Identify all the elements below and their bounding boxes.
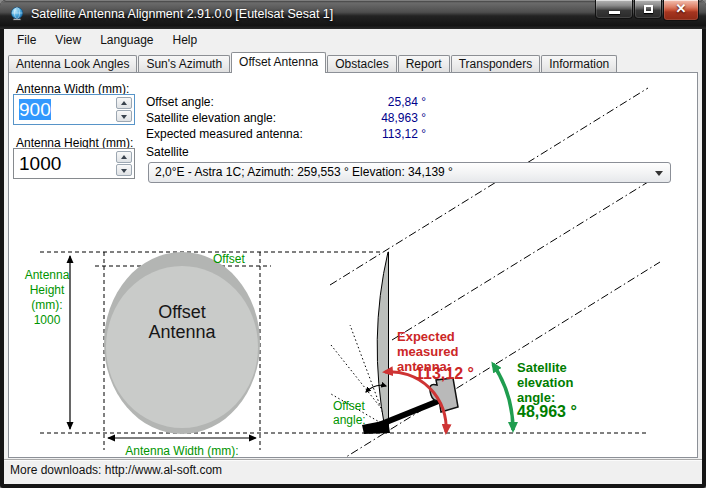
antenna-height-dimension-label: Antenna Height (mm): 1000	[17, 268, 77, 328]
tab-offset-antenna[interactable]: Offset Antenna	[231, 52, 326, 73]
menu-language[interactable]: Language	[94, 31, 159, 49]
antenna-width-dimension-label: Antenna Width (mm):	[104, 444, 260, 458]
spin-up-button[interactable]	[116, 151, 132, 163]
close-button[interactable]: ✕	[663, 0, 699, 21]
elevation-angle-label: Satellite elevation angle:	[517, 360, 573, 405]
minimize-button[interactable]	[595, 0, 633, 19]
elevation-angle-arc	[493, 364, 513, 430]
dish-title: Offset Antenna	[122, 302, 242, 342]
chevron-down-icon	[655, 171, 663, 176]
minimize-icon	[609, 11, 620, 14]
offset-angle-readout-label: Offset angle:	[146, 95, 214, 109]
tab-suns-azimuth[interactable]: Sun's Azimuth	[138, 55, 230, 72]
tab-information[interactable]: Information	[541, 55, 617, 72]
antenna-width-value: 900	[19, 99, 51, 120]
app-body: File View Language Help Antenna Look Ang…	[4, 29, 702, 484]
maximize-button[interactable]	[634, 0, 662, 19]
status-text: More downloads: http://www.al-soft.com	[10, 463, 222, 477]
tab-report[interactable]: Report	[398, 55, 450, 72]
side-dish	[377, 252, 388, 429]
spin-down-button[interactable]	[116, 110, 132, 122]
menu-file[interactable]: File	[11, 31, 42, 49]
antenna-height-spinner	[116, 151, 132, 176]
offset-antenna-panel: Antenna Height (mm): 1000 Offset Offset …	[8, 72, 698, 458]
antenna-height-input[interactable]: 1000	[13, 148, 135, 179]
expected-readout-value: 113,12 °	[299, 127, 426, 141]
tab-antenna-look-angles[interactable]: Antenna Look Angles	[8, 55, 137, 72]
window-title: Satellite Antenna Alignment 2.91.0.0 [Eu…	[31, 0, 333, 29]
tab-strip: Antenna Look Angles Sun's Azimuth Offset…	[4, 51, 702, 72]
expected-readout-label: Expected measured antenna:	[146, 127, 303, 141]
maximize-icon	[644, 5, 653, 13]
menu-help[interactable]: Help	[167, 31, 204, 49]
satellite-selected-option: 2,0°E - Astra 1C; Azimuth: 259,553 ° Ele…	[155, 165, 453, 179]
elevation-readout-label: Satellite elevation angle:	[146, 111, 276, 125]
satellite-dropdown[interactable]: 2,0°E - Astra 1C; Azimuth: 259,553 ° Ele…	[148, 162, 671, 183]
tab-obstacles[interactable]: Obstacles	[327, 55, 396, 72]
offset-angle-label: Offset angle:	[333, 399, 366, 427]
title-bar[interactable]: Satellite Antenna Alignment 2.91.0.0 [Eu…	[0, 0, 706, 29]
status-bar: More downloads: http://www.al-soft.com	[4, 459, 702, 481]
globe-icon	[9, 6, 25, 22]
expected-measured-value: 113,12 °	[415, 366, 474, 381]
menu-bar: File View Language Help	[4, 29, 702, 51]
satellite-rays	[330, 88, 660, 457]
elevation-angle-value: 48,963 °	[517, 404, 577, 419]
offset-angle-readout-value: 25,84 °	[299, 95, 426, 109]
spin-down-button[interactable]	[116, 164, 132, 176]
antenna-height-value: 1000	[19, 153, 61, 175]
dish-front-ellipse	[106, 266, 258, 428]
app-window: Satellite Antenna Alignment 2.91.0.0 [Eu…	[0, 0, 706, 488]
spin-up-button[interactable]	[116, 97, 132, 109]
antenna-width-spinner	[116, 97, 132, 122]
menu-view[interactable]: View	[49, 31, 87, 49]
elevation-readout-value: 48,963 °	[299, 111, 426, 125]
window-controls: ✕	[595, 0, 699, 21]
offset-tick-label: Offset	[213, 252, 245, 266]
satellite-label: Satellite	[146, 145, 189, 159]
close-icon: ✕	[664, 1, 698, 16]
antenna-width-input[interactable]: 900	[13, 94, 135, 125]
tab-transponders[interactable]: Transponders	[451, 55, 541, 72]
